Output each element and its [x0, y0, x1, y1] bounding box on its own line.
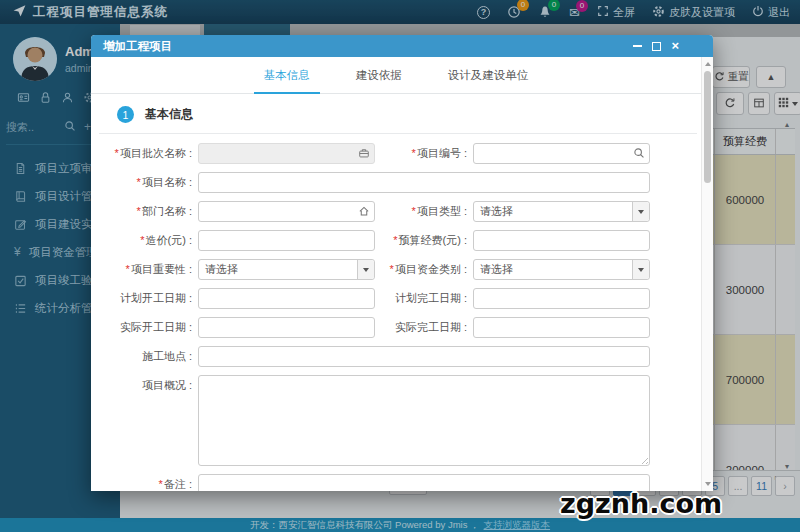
form-row: *项目重要性 : 请选择 *项目资金类别 : 请选择	[97, 259, 713, 280]
tab-basic-info[interactable]: 基本信息	[254, 68, 320, 94]
batch-name-field[interactable]	[198, 143, 375, 164]
maximize-icon[interactable]	[652, 42, 661, 51]
form-row: 实际开工日期 : 实际完工日期 :	[97, 317, 713, 338]
minimize-icon[interactable]	[633, 45, 642, 47]
project-name-field[interactable]	[198, 172, 650, 193]
project-form: *项目批次名称 : *项目编号 :	[91, 134, 713, 491]
select-placeholder: 请选择	[480, 262, 513, 277]
search-icon[interactable]	[633, 147, 645, 159]
close-icon[interactable]: ×	[671, 41, 679, 51]
plan-start-label: 计划开工日期 :	[120, 292, 192, 304]
actual-end-date-field[interactable]	[473, 317, 650, 338]
select-placeholder: 请选择	[205, 262, 238, 277]
caret-down-icon	[632, 202, 649, 221]
modal-body: 基本信息 建设依据 设计及建设单位 1 基本信息 *项目批次名称 :	[91, 57, 713, 491]
remark-label: 备注 :	[164, 478, 192, 490]
screen: 工程项目管理信息系统 ? 0 0 ✉ 0	[0, 0, 800, 532]
project-type-label: 项目类型 :	[417, 205, 467, 217]
modal-scrollbar[interactable]	[701, 57, 713, 491]
caret-down-icon	[357, 260, 374, 279]
scroll-down-icon[interactable]	[705, 482, 711, 486]
form-row: 项目概况 :	[97, 375, 713, 466]
batch-name-label: 项目批次名称 :	[120, 147, 192, 159]
home-icon	[358, 205, 370, 217]
plan-start-date-field[interactable]	[198, 288, 375, 309]
modal-window-controls: ×	[633, 41, 701, 51]
form-row: *造价(元) : *预算经费(元) :	[97, 230, 713, 251]
section-number-badge: 1	[117, 106, 134, 123]
budget-label: 预算经费(元) :	[399, 234, 467, 246]
overview-textarea[interactable]	[198, 375, 650, 466]
fund-category-label: 项目资金类别 :	[395, 263, 467, 275]
section-title: 基本信息	[145, 106, 193, 123]
plan-end-date-field[interactable]	[473, 288, 650, 309]
select-placeholder: 请选择	[480, 204, 513, 219]
plan-end-label: 计划完工日期 :	[395, 292, 467, 304]
form-row: *项目名称 :	[97, 172, 713, 193]
project-no-label: 项目编号 :	[417, 147, 467, 159]
form-row: 施工地点 :	[97, 346, 713, 367]
overview-label: 项目概况 :	[142, 379, 192, 391]
dept-name-label: 部门名称 :	[142, 205, 192, 217]
watermark: zgznh.com	[560, 488, 722, 519]
form-row: *部门名称 : *项目类型 : 请选择	[97, 201, 713, 222]
scrollbar-thumb[interactable]	[704, 71, 711, 183]
actual-start-label: 实际开工日期 :	[120, 321, 192, 333]
fund-category-select[interactable]: 请选择	[473, 259, 650, 280]
actual-end-label: 实际完工日期 :	[395, 321, 467, 333]
modal-tabs: 基本信息 建设依据 设计及建设单位	[91, 57, 701, 94]
section-header: 1 基本信息	[91, 94, 713, 123]
project-name-label: 项目名称 :	[142, 176, 192, 188]
cost-field[interactable]	[198, 230, 375, 251]
form-row: *项目批次名称 : *项目编号 :	[97, 143, 713, 164]
dept-name-field[interactable]	[198, 201, 375, 222]
cost-label: 造价(元) :	[146, 234, 192, 246]
actual-start-date-field[interactable]	[198, 317, 375, 338]
importance-select[interactable]: 请选择	[198, 259, 375, 280]
form-row: 计划开工日期 : 计划完工日期 :	[97, 288, 713, 309]
location-field[interactable]	[198, 346, 650, 367]
location-label: 施工地点 :	[142, 350, 192, 362]
project-no-field[interactable]	[473, 143, 650, 164]
budget-field[interactable]	[473, 230, 650, 251]
importance-label: 项目重要性 :	[131, 263, 192, 275]
project-type-select[interactable]: 请选择	[473, 201, 650, 222]
tab-construction-basis[interactable]: 建设依据	[346, 68, 412, 93]
tab-design-units[interactable]: 设计及建设单位	[438, 68, 539, 93]
add-project-modal: 增加工程项目 × 基本信息 建设依据 设计及建设单位 1 基本信息 *项目批次名…	[91, 35, 713, 491]
caret-down-icon	[632, 260, 649, 279]
scroll-up-icon[interactable]	[705, 62, 711, 66]
briefcase-icon	[358, 147, 370, 159]
modal-title: 增加工程项目	[103, 39, 172, 54]
modal-header[interactable]: 增加工程项目 ×	[91, 35, 713, 57]
